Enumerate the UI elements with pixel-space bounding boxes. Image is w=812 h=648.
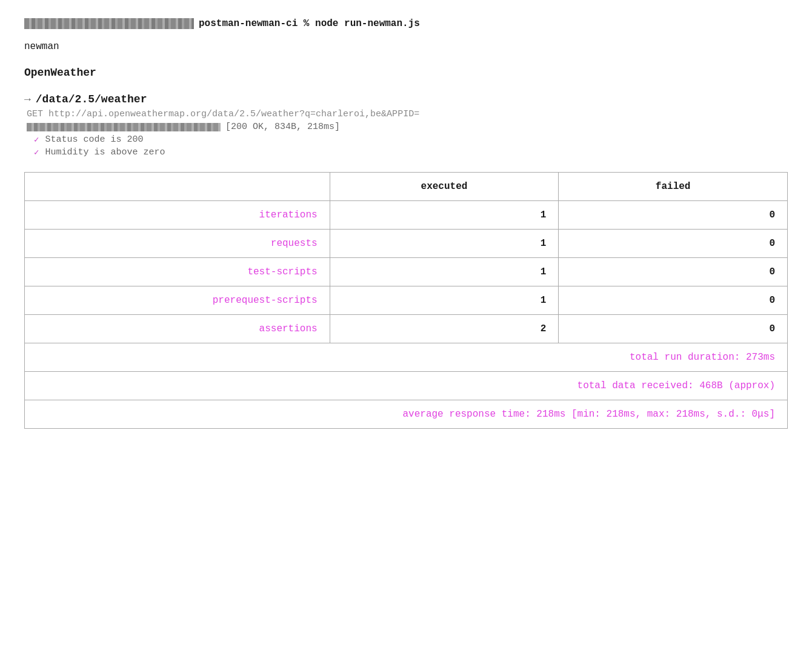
response-line: [200 OK, 834B, 218ms] [24,122,788,132]
footer-cell-2: average response time: 218ms [min: 218ms… [25,400,788,429]
table-header-executed: executed [330,173,559,201]
table-row: assertions 2 0 [25,315,788,343]
request-section: → /data/2.5/weather GET http://api.openw… [24,93,788,157]
table-header-row: executed failed [25,173,788,201]
check-icon-2: ✓ [34,147,39,157]
collection-name: OpenWeather [24,67,788,79]
row-label-0: iterations [25,201,330,230]
row-executed-0: 1 [330,201,559,230]
row-failed-4: 0 [559,315,788,343]
request-path: /data/2.5/weather [36,93,147,105]
row-label-2: test-scripts [25,258,330,286]
request-url-line: GET http://api.openweathermap.org/data/2… [24,109,788,119]
request-title-line: → /data/2.5/weather [24,93,788,105]
request-method: GET [27,109,43,119]
response-status: [200 OK, 834B, 218ms] [225,122,340,132]
newman-label: newman [24,41,788,52]
command-text: postman-newman-ci % node run-newman.js [199,18,420,29]
row-label-4: assertions [25,315,330,343]
row-failed-0: 0 [559,201,788,230]
check-line-2: ✓ Humidity is above zero [24,147,788,157]
row-failed-2: 0 [559,258,788,286]
check-text-2: Humidity is above zero [45,147,165,157]
check-line-1: ✓ Status code is 200 [24,134,788,145]
terminal-header: postman-newman-ci % node run-newman.js [24,18,788,29]
row-failed-1: 0 [559,230,788,258]
footer-row-2: average response time: 218ms [min: 218ms… [25,400,788,429]
row-executed-2: 1 [330,258,559,286]
row-executed-4: 2 [330,315,559,343]
table-row: prerequest-scripts 1 0 [25,286,788,315]
footer-row-0: total run duration: 273ms [25,343,788,372]
redacted-prompt [24,18,194,29]
check-text-1: Status code is 200 [45,134,143,145]
row-executed-3: 1 [330,286,559,315]
row-executed-1: 1 [330,230,559,258]
request-arrow-icon: → [24,93,31,105]
table-header-label [25,173,330,201]
footer-cell-0: total run duration: 273ms [25,343,788,372]
row-label-1: requests [25,230,330,258]
table-row: test-scripts 1 0 [25,258,788,286]
table-header-failed: failed [559,173,788,201]
table-row: requests 1 0 [25,230,788,258]
footer-row-1: total data received: 468B (approx) [25,372,788,400]
request-url: http://api.openweathermap.org/data/2.5/w… [48,109,419,119]
redacted-api-key [27,123,221,131]
row-label-3: prerequest-scripts [25,286,330,315]
row-failed-3: 0 [559,286,788,315]
table-row: iterations 1 0 [25,201,788,230]
check-icon-1: ✓ [34,134,39,145]
footer-cell-1: total data received: 468B (approx) [25,372,788,400]
results-table: executed failed iterations 1 0 requests … [24,172,788,429]
